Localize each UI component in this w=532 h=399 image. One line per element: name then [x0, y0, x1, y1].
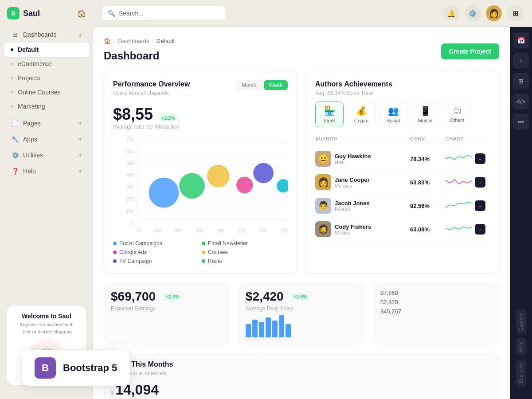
tab-week-btn[interactable]: Week	[264, 80, 288, 90]
create-project-button[interactable]: Create Project	[441, 43, 499, 59]
dashboard-panel: 🏠 › Dashboards › Default Dashboard Creat…	[93, 27, 510, 399]
svg-point-14	[277, 179, 288, 193]
right-side-btns: Explore Help Buy now	[516, 134, 526, 394]
sidebar-item-dashboards[interactable]: ⊞ Dashboards ▲	[4, 27, 90, 43]
legend-dot-social	[113, 242, 117, 245]
bubble-chart-svg	[137, 137, 288, 226]
tab-social[interactable]: 👥 Social	[379, 102, 407, 127]
help-btn[interactable]: Help	[516, 338, 526, 356]
sidebar-label-marketing: Marketing	[18, 103, 45, 110]
main-area: 🔍 🔔 ⚙️ 👩 ⊞ 🏠 › Dashboards › Default	[93, 0, 532, 399]
tab-crypto[interactable]: 💰 Crypto	[347, 102, 376, 127]
mobile-icon: 📱	[420, 106, 431, 116]
breadcrumb-home-icon[interactable]: 🏠	[104, 38, 111, 44]
explore-btn[interactable]: Explore	[516, 309, 526, 334]
code-icon[interactable]: </>	[513, 94, 529, 110]
breadcrumb-sep1: ›	[113, 38, 115, 44]
perf-subtitle: Users from all channels	[113, 90, 190, 96]
sidebar-label-online-courses: Online Courses	[18, 89, 61, 96]
topbar-right: 🔔 ⚙️ 👩 ⊞	[443, 5, 523, 21]
sidebar-item-default[interactable]: Default	[4, 43, 90, 57]
view-btn-2[interactable]: →	[475, 177, 485, 188]
nav-pages-section: 📄 Pages ▼ 🔧 Apps ▼ ⚙️ Utilities ▼ ❓ Help	[0, 115, 93, 179]
sidebar-val-3: $45,257	[380, 308, 492, 315]
daily-sales-label: Average Daily Sales	[246, 305, 357, 312]
sidebar-item-ecommerce[interactable]: eCommerce	[4, 57, 90, 71]
tab-social-label: Social	[387, 118, 400, 123]
dots-icon[interactable]: •••	[513, 114, 529, 130]
search-input[interactable]	[119, 10, 220, 17]
nav-dot-ecommerce	[11, 63, 13, 65]
plus-icon[interactable]: +	[513, 53, 529, 69]
svg-point-11	[207, 165, 230, 188]
view-btn-3[interactable]: →	[475, 200, 485, 211]
conv-rate-2: 63.83%	[410, 179, 446, 186]
chart-mini-2: →	[446, 177, 490, 188]
legend-dot-google	[113, 250, 117, 254]
perf-big-number: $8,55	[113, 105, 153, 123]
chevron-apps-icon: ▼	[78, 137, 82, 142]
authors-table: AUTHOR CONV. CHART 😐 Guy Hawkins Haiti	[315, 134, 490, 241]
tab-crypto-label: Crypto	[354, 118, 368, 123]
legend-email: Email Newsletter	[202, 240, 288, 246]
crypto-icon: 💰	[356, 106, 367, 116]
sidebar-item-marketing[interactable]: Marketing	[4, 99, 90, 113]
breadcrumb-dashboards[interactable]: Dashboards	[118, 38, 149, 44]
bar	[246, 324, 251, 337]
view-btn-4[interactable]: →	[475, 224, 485, 235]
sidebar-item-apps[interactable]: 🔧 Apps ▼	[4, 131, 90, 147]
buy-now-btn[interactable]: Buy now	[516, 360, 526, 387]
tab-saas[interactable]: 🏪 SaaS	[315, 102, 344, 127]
calendar-icon[interactable]: 📅	[513, 32, 529, 48]
sidebar-header: S Saul 🏠	[0, 7, 93, 27]
saas-icon: 🏪	[324, 106, 335, 116]
author-tabs: 🏪 SaaS 💰 Crypto 👥 Social 📱	[315, 102, 490, 127]
perf-value-row: $8,55 +2.2%	[113, 105, 288, 124]
perf-tab-group: Month Week	[236, 80, 288, 90]
nav-dashboards: ⊞ Dashboards ▲ Default eCommerce Project…	[0, 27, 93, 113]
sidebar-item-online-courses[interactable]: Online Courses	[4, 85, 90, 99]
sidebar-item-projects[interactable]: Projects	[4, 71, 90, 85]
view-btn-1[interactable]: →	[475, 153, 485, 164]
sidebar-label-projects: Projects	[18, 74, 40, 82]
grid2-icon[interactable]: ⊞	[513, 73, 529, 89]
authors-card: Authors Achievements Avg. 69.34% Conv. R…	[306, 71, 499, 274]
sidebar-toggle-btn[interactable]: 🏠	[77, 9, 86, 18]
tab-mobile[interactable]: 📱 Mobile	[411, 102, 439, 127]
sidebar-label-default: Default	[18, 46, 39, 53]
sidebar-label-utilities: Utilities	[23, 152, 43, 159]
chevron-pages-icon: ▼	[78, 121, 82, 126]
grid-icon[interactable]: ⊞	[507, 5, 523, 21]
bootstrap-text: Bootstrap 5	[63, 362, 117, 374]
tab-others[interactable]: 🗂 Others	[443, 102, 471, 127]
legend-label-courses: Courses	[208, 249, 228, 255]
col-author: AUTHOR	[315, 136, 410, 141]
welcome-subtitle: Anyone can connect with their audience b…	[14, 321, 79, 335]
notifications-icon[interactable]: 🔔	[443, 5, 459, 21]
search-bar[interactable]: 🔍	[102, 6, 226, 21]
bootstrap-ad: B Bootstrap 5	[22, 350, 129, 386]
author-name-4: Cody Fishers	[335, 223, 371, 230]
chevron-down-icon: ▲	[78, 32, 82, 37]
legend-label-tv: TV Campaign	[119, 258, 152, 264]
logo-icon: S	[7, 7, 20, 20]
tab-mobile-label: Mobile	[418, 118, 432, 123]
topbar: 🔍 🔔 ⚙️ 👩 ⊞	[93, 0, 532, 27]
sidebar-label-help: Help	[23, 168, 36, 175]
social-icon: 👥	[388, 106, 399, 116]
sidebar-item-help[interactable]: ❓ Help ▼	[4, 163, 90, 179]
legend-dot-tv	[113, 259, 117, 263]
perf-value-label: Avarage cost per interaction	[113, 124, 288, 130]
tab-month-btn[interactable]: Month	[236, 80, 262, 90]
chart-mini-4: →	[446, 224, 490, 235]
user-avatar[interactable]: 👩	[486, 5, 502, 21]
earnings-growth: +2.2%	[163, 293, 182, 300]
chart-area: 700 600 500 400 300 200 100 0	[126, 137, 288, 233]
svg-point-9	[149, 178, 179, 208]
daily-sales-value: $2,420	[246, 289, 284, 304]
sidebar-item-pages[interactable]: 📄 Pages ▼	[4, 115, 90, 131]
sidebar-item-utilities[interactable]: ⚙️ Utilities ▼	[4, 147, 90, 163]
avatar-guy: 😐	[315, 151, 331, 167]
settings-icon[interactable]: ⚙️	[465, 5, 481, 21]
author-country-2: Monaco	[335, 183, 370, 188]
